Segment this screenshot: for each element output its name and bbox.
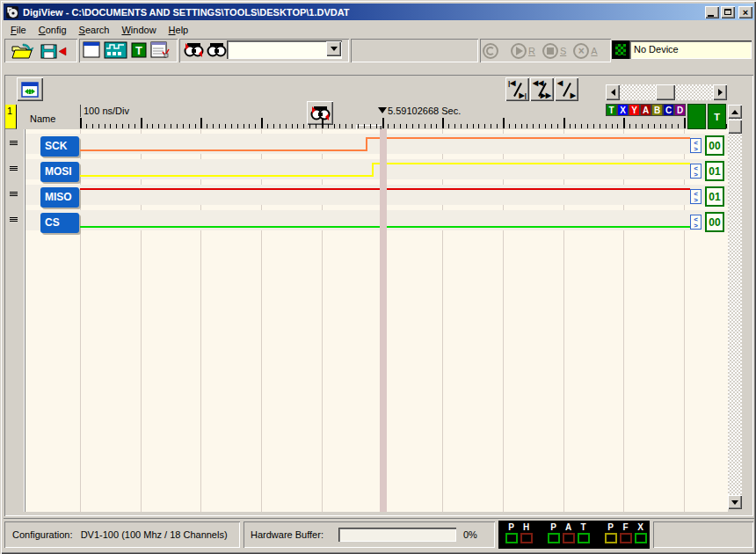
channel-label-sck[interactable]: SCK (40, 136, 79, 157)
ruler-tick (189, 124, 190, 128)
horizontal-scrollbar[interactable] (606, 84, 727, 100)
trigger-cursor-label: T (714, 112, 720, 122)
vertical-scroll-thumb[interactable] (728, 120, 742, 134)
ruler-tick (316, 124, 316, 128)
ruler-tick (617, 124, 618, 128)
nav-bottom-glyph: ▶| (520, 91, 527, 99)
group-tag-b[interactable]: B (651, 104, 663, 116)
group-tag-t[interactable]: T (606, 104, 617, 116)
stop-icon (542, 43, 558, 59)
channel-drag-handle[interactable] (10, 192, 18, 197)
group-tag-a[interactable]: A (640, 104, 651, 116)
rearm-icon (483, 43, 498, 59)
close-icon: × (743, 8, 748, 17)
waveform-plot-area[interactable]: SCK<>00MOSI<>01MISO<>01CS<>00 (5, 129, 728, 512)
waveform-window-button[interactable] (104, 41, 127, 59)
group-tag-d[interactable]: D (674, 104, 686, 116)
ruler-tick (461, 124, 462, 128)
menu-item-help[interactable]: Help (163, 23, 195, 37)
menu-item-search[interactable]: Search (73, 23, 116, 37)
ruler-tick (105, 124, 105, 128)
ruler-tick (80, 118, 82, 128)
ruler-tick (394, 124, 395, 128)
channel-drag-handle[interactable] (10, 166, 18, 171)
ruler-tick (358, 124, 359, 128)
channel-label-miso[interactable]: MISO (40, 187, 79, 208)
arrow-left-icon (611, 89, 615, 96)
ruler-tick (303, 124, 304, 128)
combo-dropdown-button[interactable] (326, 41, 341, 56)
channel-expander[interactable]: <> (690, 215, 701, 230)
led-p: P (603, 522, 618, 547)
open-file-button[interactable] (11, 41, 35, 60)
vertical-scrollbar[interactable] (728, 105, 742, 509)
channel-label-mosi[interactable]: MOSI (40, 162, 79, 182)
buffer-label: Hardware Buffer: (251, 521, 323, 548)
channel-drag-handle[interactable] (10, 141, 18, 146)
scroll-right-button[interactable] (713, 84, 727, 100)
scroll-left-button[interactable] (606, 84, 620, 100)
goto-trigger-button[interactable]: |◀▶| (505, 77, 529, 101)
ruler-tick (563, 118, 565, 128)
channel-value-sck[interactable]: 00 (705, 135, 724, 156)
track-number-cell[interactable]: 1 (5, 105, 17, 129)
digiview-window: DigiView - C:\DOCUMENTS AND SETTINGS\TOO… (0, 0, 756, 554)
ruler-tick (642, 124, 643, 128)
ruler-tick (382, 118, 384, 128)
ruler-tick (339, 124, 340, 128)
menu-item-window[interactable]: Window (115, 23, 162, 37)
buffer-progress-bar (338, 528, 456, 542)
group-tag-y[interactable]: Y (629, 104, 640, 116)
window-arrows-icon (21, 82, 39, 98)
arrow-down-icon (731, 500, 738, 505)
ruler-tick (551, 124, 552, 128)
signal-segment (366, 137, 690, 139)
abort-glyph: × (578, 47, 585, 55)
prev-next-page-button[interactable]: ◀◀▶▶ (530, 77, 554, 101)
group-tag-x[interactable]: X (617, 104, 629, 116)
ruler-tick (249, 124, 250, 128)
scroll-up-button[interactable] (728, 105, 742, 119)
menu-item-file[interactable]: File (4, 23, 33, 37)
led-a: A (561, 522, 576, 547)
close-button[interactable]: × (738, 6, 752, 18)
cursor-color-button[interactable] (687, 104, 706, 129)
maximize-icon (724, 9, 731, 15)
buffer-percent: 0% (463, 521, 477, 548)
ruler-tick (515, 124, 516, 128)
channel-value-mosi[interactable]: 01 (705, 161, 724, 181)
trigger-cursor-line[interactable] (380, 129, 387, 512)
ruler-tick (484, 124, 485, 128)
list-window-button[interactable] (150, 41, 170, 59)
channel-value-cs[interactable]: 00 (705, 212, 724, 232)
search-back-button[interactable] (184, 41, 204, 59)
title-bar[interactable]: DigiView - C:\DOCUMENTS AND SETTINGS\TOO… (4, 4, 754, 20)
channel-value-miso[interactable]: 01 (705, 186, 724, 207)
save-file-button[interactable] (40, 41, 67, 60)
group-tag-c[interactable]: C (663, 104, 674, 116)
scroll-down-button[interactable] (728, 495, 742, 509)
ruler-tick (684, 118, 686, 128)
channel-expander[interactable]: <> (690, 189, 701, 204)
channel-drag-handle[interactable] (10, 217, 18, 222)
marker-triangle-icon[interactable] (378, 107, 387, 113)
edit-channels-button[interactable] (17, 77, 43, 101)
trigger-cursor-button[interactable]: T (708, 104, 726, 129)
horizontal-scroll-thumb[interactable] (656, 84, 675, 100)
ruler-tick (672, 124, 672, 128)
menu-item-config[interactable]: Config (33, 23, 73, 37)
maximize-button[interactable] (721, 6, 735, 18)
channel-label-cs[interactable]: CS (40, 213, 79, 233)
led-p: P (546, 522, 561, 547)
minimize-button[interactable] (705, 6, 719, 18)
ruler-tick (606, 124, 607, 128)
prev-next-edge-button[interactable]: ◀▶ (555, 77, 578, 101)
ruler-tick (629, 124, 630, 128)
channel-expander[interactable]: <> (690, 164, 701, 179)
ruler-tick (86, 124, 87, 128)
search-combo[interactable] (227, 40, 342, 59)
channel-expander[interactable]: <> (690, 138, 701, 153)
new-window-button[interactable] (83, 41, 100, 59)
search-forward-button[interactable] (207, 41, 227, 59)
table-window-button[interactable]: T (131, 42, 147, 58)
